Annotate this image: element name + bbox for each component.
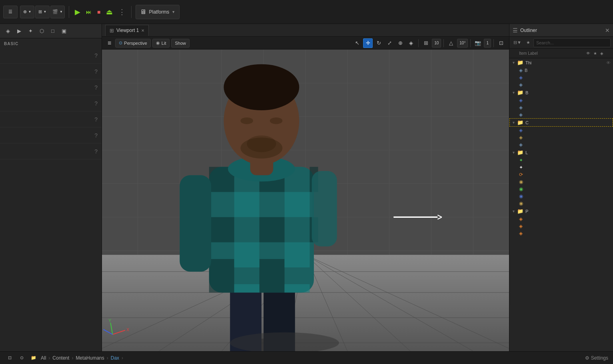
viewport-tab-1[interactable]: ⊞ Viewport 1 ✕ xyxy=(105,25,149,36)
folder-label-1: Thi xyxy=(525,60,605,65)
create-actor-btn[interactable]: ⊕ ▼ xyxy=(20,6,34,18)
panel-btn-3[interactable]: ✦ xyxy=(26,26,35,36)
outliner-item-2[interactable]: ◈ xyxy=(509,74,613,81)
help-icon-1[interactable]: ? xyxy=(94,52,98,59)
list-item[interactable]: ? xyxy=(0,143,102,159)
breadcrumb-home-btn[interactable]: ⊡ xyxy=(5,353,14,363)
outliner-header-icon: ☰ xyxy=(513,27,518,34)
list-item[interactable]: ? xyxy=(0,80,102,95)
outliner-folder-1[interactable]: ▼ 📁 Thi 👁 xyxy=(509,58,613,67)
breadcrumb-dax[interactable]: Dax xyxy=(111,355,119,361)
grid-toggle-btn[interactable]: ⊞ xyxy=(421,38,431,48)
lit-btn[interactable]: ◉ Lit xyxy=(152,39,170,48)
viewport-scene[interactable]: X Y xyxy=(102,50,509,351)
bottom-right: ⚙ Settings xyxy=(585,355,608,361)
outliner-item-7[interactable]: ◈ xyxy=(509,127,613,134)
folder-arrow-5: ▼ xyxy=(512,209,515,213)
stop-btn[interactable]: ■ xyxy=(96,8,102,16)
filter-options-btn[interactable]: ⊟▼ xyxy=(512,39,523,46)
outliner-search-input[interactable] xyxy=(533,38,611,47)
perspective-btn[interactable]: ⊙ Perspective xyxy=(115,39,150,48)
list-item[interactable]: ? xyxy=(0,64,102,80)
show-btn[interactable]: Show xyxy=(171,39,190,48)
outliner-item-6[interactable]: ◈ xyxy=(509,111,613,118)
sequence-btn[interactable]: 🎬 ▼ xyxy=(50,6,65,18)
svg-text:Y: Y xyxy=(108,318,111,323)
outliner-item-5[interactable]: ◈ xyxy=(509,104,613,111)
filter-star-btn[interactable]: ★ xyxy=(525,39,532,46)
play-btn[interactable]: ▶ xyxy=(73,7,82,17)
outliner-item-17[interactable]: ◈ xyxy=(509,215,613,223)
content-btn[interactable]: ⊞ ▼ xyxy=(35,6,50,18)
scale-tool-btn[interactable]: ⤢ xyxy=(385,38,394,48)
settings-btn[interactable]: ⚙ Settings xyxy=(585,355,608,361)
platforms-btn[interactable]: 🖥 Platforms ▼ xyxy=(136,5,180,19)
help-icon-2[interactable]: ? xyxy=(94,68,98,75)
outliner-item-13[interactable]: ◉ xyxy=(509,178,613,185)
world-btn[interactable]: ⊕ xyxy=(395,38,405,48)
panel-btn-6[interactable]: ▣ xyxy=(59,26,69,36)
help-icon-4[interactable]: ? xyxy=(94,100,98,107)
select-tool-btn[interactable]: ↖ xyxy=(352,38,362,48)
list-item[interactable]: ? xyxy=(0,48,102,64)
outliner-folder-2[interactable]: ▼ 📁 B xyxy=(509,88,613,97)
breadcrumb-metahumans[interactable]: MetaHumans xyxy=(76,355,104,361)
outliner-item-12[interactable]: ⟳ xyxy=(509,171,613,178)
outliner-item-1[interactable]: ◈ B xyxy=(509,67,613,74)
more-options-btn[interactable]: ⋮ xyxy=(117,7,127,17)
help-icon-3[interactable]: ? xyxy=(94,84,98,91)
help-icon-6[interactable]: ? xyxy=(94,132,98,139)
hamburger-btn[interactable]: ≡ xyxy=(105,39,114,48)
svg-rect-47 xyxy=(285,284,310,292)
outliner-close-btn[interactable]: ✕ xyxy=(605,27,610,34)
camera-btn[interactable]: 📷 xyxy=(473,38,483,48)
folder-arrow-4: ▼ xyxy=(512,151,515,155)
svg-rect-43 xyxy=(285,192,310,217)
maximize-btn[interactable]: ⊡ xyxy=(496,38,506,48)
perspective-icon: ⊙ xyxy=(119,40,122,46)
panel-btn-1[interactable]: ◈ xyxy=(3,26,13,36)
move-tool-btn[interactable]: ✛ xyxy=(363,38,373,48)
step-btn[interactable]: ⏭ xyxy=(84,8,93,16)
viewport-tab-close[interactable]: ✕ xyxy=(141,28,144,33)
outliner-item-9[interactable]: ◈ xyxy=(509,141,613,148)
surface-btn[interactable]: ◈ xyxy=(406,38,416,48)
outliner-item-15[interactable]: ◉ xyxy=(509,193,613,200)
angle-btn[interactable]: 10° xyxy=(457,39,468,48)
rotate-tool-btn[interactable]: ↻ xyxy=(374,38,383,48)
panel-btn-2[interactable]: ▶ xyxy=(14,26,24,36)
outliner-item-10[interactable]: ✦ xyxy=(509,157,613,164)
panel-btn-4[interactable]: ⬡ xyxy=(37,26,46,36)
panel-btn-5[interactable]: □ xyxy=(48,26,58,36)
outliner-item-19[interactable]: ◈ xyxy=(509,230,613,237)
grid-size-btn[interactable]: 10 xyxy=(432,39,441,48)
light-icon-5: ◉ xyxy=(519,186,523,192)
help-icon-5[interactable]: ? xyxy=(94,116,98,123)
help-icon-7[interactable]: ? xyxy=(94,148,98,155)
list-item[interactable]: ? xyxy=(0,127,102,143)
eject-btn[interactable]: ⏏ xyxy=(104,7,114,17)
outliner-item-4[interactable]: ◈ xyxy=(509,97,613,104)
outliner-folder-5[interactable]: ▼ 📁 P xyxy=(509,207,613,215)
screen-btn[interactable]: 1 xyxy=(484,39,491,48)
outliner-item-11[interactable]: ✦ xyxy=(509,164,613,171)
outliner-item-8[interactable]: ◈ xyxy=(509,134,613,141)
outliner-item-14[interactable]: ◉ xyxy=(509,185,613,193)
outliner-folder-4[interactable]: ▼ 📁 L xyxy=(509,148,613,157)
breadcrumb-back-btn[interactable]: ⊙ xyxy=(17,353,26,363)
breadcrumb-content[interactable]: Content xyxy=(52,355,69,361)
separator-2 xyxy=(131,6,132,18)
outliner-item-16[interactable]: ◉ xyxy=(509,200,613,207)
breadcrumb-folder-btn[interactable]: 📁 xyxy=(29,353,38,363)
breadcrumb-all[interactable]: All xyxy=(41,355,46,361)
settings-icon: ⚙ xyxy=(585,355,589,361)
grid-icon: ⊞ xyxy=(38,9,42,14)
outliner-folder-3[interactable]: ▼ 📁 C xyxy=(509,118,613,127)
outliner-item-18[interactable]: ◈ xyxy=(509,223,613,230)
hamburger-menu[interactable]: ☰ xyxy=(3,6,18,18)
svg-rect-38 xyxy=(260,217,285,242)
angle-toggle-btn[interactable]: △ xyxy=(446,38,456,48)
list-item[interactable]: ? xyxy=(0,111,102,127)
outliner-item-3[interactable]: ◈ xyxy=(509,81,613,88)
list-item[interactable]: ? xyxy=(0,95,102,111)
